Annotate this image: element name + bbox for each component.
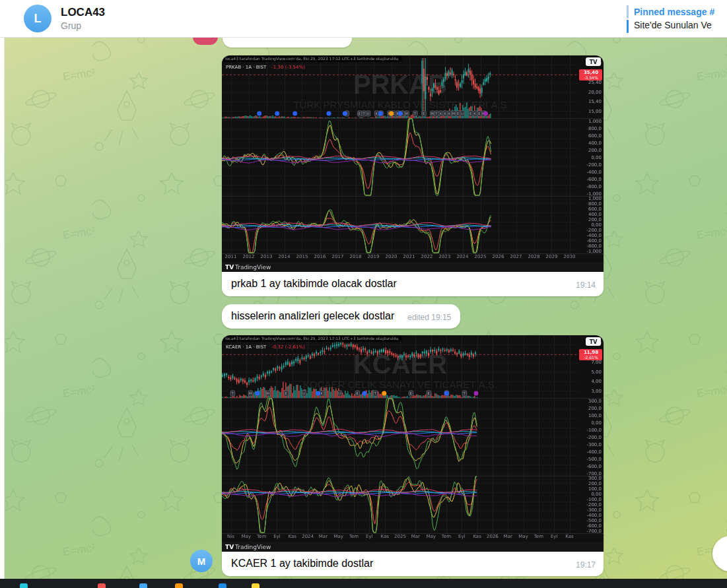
chat-area: E=mc² prkab 1 ay takibimde olacak dostl: [0, 0, 727, 588]
message-caption-row: prkab 1 ay takibimde olacak dostlar 19:1…: [222, 272, 604, 296]
message-kcaer: KCAER 1 ay takibimde dostlar 19:17: [222, 335, 604, 576]
group-subtitle: Grup: [61, 20, 105, 31]
message-prkab: prkab 1 ay takibimde olacak dostlar 19:1…: [222, 55, 604, 296]
message-text-content: hisselerin analizleri gelecek dostlar: [231, 310, 394, 322]
taskbar[interactable]: [0, 579, 727, 588]
message-time: 19:17: [564, 560, 596, 570]
partial-reaction-badge: [193, 37, 218, 45]
taskbar-icon[interactable]: [252, 583, 260, 588]
sender-avatar[interactable]: M: [190, 550, 213, 572]
message-caption: prkab 1 ay takibimde olacak dostlar: [231, 278, 397, 290]
taskbar-icon[interactable]: [175, 583, 183, 588]
group-title: LOCA43: [61, 6, 105, 19]
chat-header: L LOCA43 Grup Pinned message # Site'de S…: [0, 0, 727, 38]
message-caption: KCAER 1 ay takibimde dostlar: [231, 558, 373, 570]
group-avatar[interactable]: L: [24, 5, 52, 32]
left-panel-edge: [0, 0, 5, 588]
message-edited-time: edited 19:15: [407, 313, 451, 322]
pinned-message[interactable]: Pinned message # Site'de Sunulan Ve: [627, 5, 727, 33]
prkab-chart-photo[interactable]: [222, 55, 604, 272]
pinned-label: Pinned message #: [634, 5, 714, 18]
taskbar-icon[interactable]: [139, 583, 147, 588]
group-avatar-letter: L: [34, 12, 42, 26]
message-caption-row: KCAER 1 ay takibimde dostlar 19:17: [222, 552, 604, 576]
group-info[interactable]: LOCA43 Grup: [61, 6, 105, 31]
pinned-indicator-icon: [627, 5, 629, 33]
pinned-preview: Site'de Sunulan Ve: [634, 18, 714, 32]
message-time: 19:14: [564, 280, 596, 290]
taskbar-icon[interactable]: [219, 583, 226, 588]
telegram-window: E=mc² prkab 1 ay takibimde olacak dostl: [0, 0, 727, 588]
kcaer-chart-photo[interactable]: [222, 335, 604, 552]
sender-avatar-letter: M: [197, 556, 206, 567]
taskbar-icon[interactable]: [98, 583, 106, 588]
message-text: hisselerin analizleri gelecek dostlar ed…: [222, 304, 460, 329]
taskbar-icon[interactable]: [20, 583, 28, 588]
